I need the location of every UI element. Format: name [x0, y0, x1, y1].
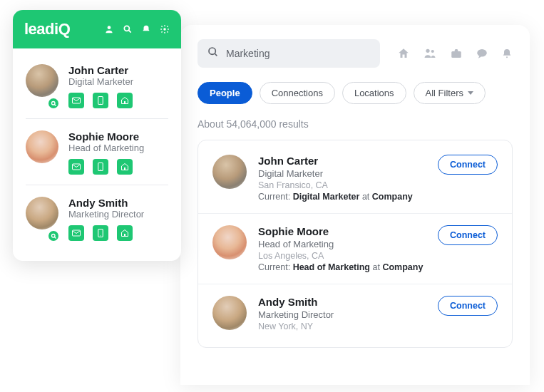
person-icon[interactable] [104, 24, 114, 34]
svg-point-3 [431, 50, 434, 53]
filter-locations[interactable]: Locations [342, 82, 406, 104]
filter-connections[interactable]: Connections [260, 82, 335, 104]
svg-point-2 [426, 49, 429, 53]
svg-rect-4 [451, 51, 461, 58]
result-current: Current: Digital Marketer at Company [258, 192, 426, 202]
widget-header: leadiQ [13, 10, 181, 48]
connect-button[interactable]: Connect [438, 296, 498, 316]
widget-info: Sophie Moore Head of Marketing [68, 130, 168, 175]
widget-name[interactable]: Sophie Moore [68, 130, 168, 143]
widget-name[interactable]: Andy Smith [68, 197, 168, 209]
result-name[interactable]: John Carter [258, 155, 426, 167]
email-icon[interactable] [68, 159, 84, 175]
building-icon[interactable] [117, 159, 133, 175]
result-item: Andy Smith Marketing Director New York, … [198, 284, 512, 344]
avatar[interactable] [212, 296, 247, 330]
svg-point-15 [100, 103, 101, 103]
chevron-down-icon [468, 91, 473, 95]
result-name[interactable]: Andy Smith [258, 296, 426, 308]
main-header [197, 39, 513, 68]
widget-name[interactable]: John Carter [68, 64, 168, 76]
filter-people[interactable]: People [197, 82, 252, 104]
widget-list: John Carter Digital Marketer [13, 48, 181, 261]
svg-rect-16 [124, 101, 125, 104]
widget-title: Head of Marketing [68, 143, 168, 153]
svg-point-10 [163, 28, 166, 31]
filter-row: People Connections Locations All Filters [197, 82, 513, 104]
building-icon[interactable] [117, 225, 133, 241]
widget-info: Andy Smith Marketing Director [68, 197, 168, 241]
search-input[interactable] [197, 39, 380, 68]
result-item: John Carter Digital Marketer San Fransic… [198, 143, 512, 214]
phone-icon[interactable] [93, 225, 108, 241]
svg-rect-20 [124, 167, 125, 170]
result-info: Andy Smith Marketing Director New York, … [258, 296, 426, 333]
widget-avatar[interactable] [26, 64, 58, 108]
connect-button[interactable]: Connect [438, 225, 498, 245]
search-icon [207, 46, 219, 61]
search-results-panel: People Connections Locations All Filters… [180, 25, 530, 385]
svg-point-19 [100, 169, 101, 170]
widget-item: John Carter Digital Marketer [26, 53, 168, 119]
svg-line-22 [54, 237, 56, 238]
svg-rect-26 [124, 234, 125, 237]
connect-button[interactable]: Connect [438, 155, 498, 175]
result-title: Head of Marketing [258, 239, 426, 249]
avatar[interactable] [212, 225, 247, 259]
email-icon[interactable] [68, 225, 84, 241]
results-list: John Carter Digital Marketer San Fransic… [197, 140, 513, 348]
bell-icon[interactable] [501, 47, 513, 60]
widget-action-icons [68, 159, 168, 175]
result-current: Current: Head of Marketing at Company [258, 262, 426, 272]
svg-point-25 [100, 235, 101, 236]
avatar[interactable] [212, 155, 247, 189]
home-icon[interactable] [397, 47, 410, 60]
widget-title: Digital Marketer [68, 76, 168, 87]
result-item: Sophie Moore Head of Marketing Los Angel… [198, 214, 512, 284]
svg-line-1 [215, 53, 217, 56]
phone-icon[interactable] [93, 159, 108, 175]
result-location: San Fransico, CA [258, 180, 426, 190]
result-title: Digital Marketer [258, 168, 426, 179]
widget-info: John Carter Digital Marketer [68, 64, 168, 108]
nav-icons [397, 47, 513, 60]
search-field[interactable] [226, 48, 370, 59]
widget-avatar[interactable] [26, 197, 58, 241]
verified-badge-icon [47, 229, 60, 242]
result-name[interactable]: Sophie Moore [258, 225, 426, 237]
svg-point-5 [477, 49, 487, 57]
results-count: About 54,064,000 results [197, 118, 513, 130]
widget-item: Sophie Moore Head of Marketing [26, 119, 168, 185]
result-info: Sophie Moore Head of Marketing Los Angel… [258, 225, 426, 272]
svg-point-6 [506, 56, 508, 58]
svg-point-11 [51, 101, 55, 105]
result-info: John Carter Digital Marketer San Fransic… [258, 155, 426, 202]
widget-avatar[interactable] [26, 130, 58, 175]
leadiq-logo: leadiQ [24, 20, 70, 38]
widget-header-icons [104, 24, 170, 34]
briefcase-icon[interactable] [450, 47, 463, 60]
widget-title: Marketing Director [68, 209, 168, 220]
widget-action-icons [68, 225, 168, 241]
gear-icon[interactable] [160, 24, 170, 34]
result-title: Marketing Director [258, 309, 426, 320]
verified-badge-icon [47, 97, 60, 110]
building-icon[interactable] [117, 93, 133, 108]
email-icon[interactable] [68, 93, 84, 108]
filter-all[interactable]: All Filters [414, 82, 486, 104]
search-icon[interactable] [123, 24, 133, 34]
svg-line-12 [54, 104, 56, 105]
widget-action-icons [68, 93, 168, 108]
widget-item: Andy Smith Marketing Director [26, 185, 168, 251]
result-location: Los Angeles, CA [258, 251, 426, 261]
people-icon[interactable] [423, 47, 437, 60]
chat-icon[interactable] [476, 47, 488, 60]
svg-point-0 [209, 48, 215, 54]
svg-line-9 [128, 30, 130, 32]
phone-icon[interactable] [93, 93, 108, 108]
svg-point-7 [108, 26, 111, 29]
leadiq-widget: leadiQ Jo [13, 10, 181, 261]
bell-icon[interactable] [141, 24, 151, 34]
result-location: New York, NY [258, 321, 426, 331]
svg-point-8 [124, 26, 129, 31]
